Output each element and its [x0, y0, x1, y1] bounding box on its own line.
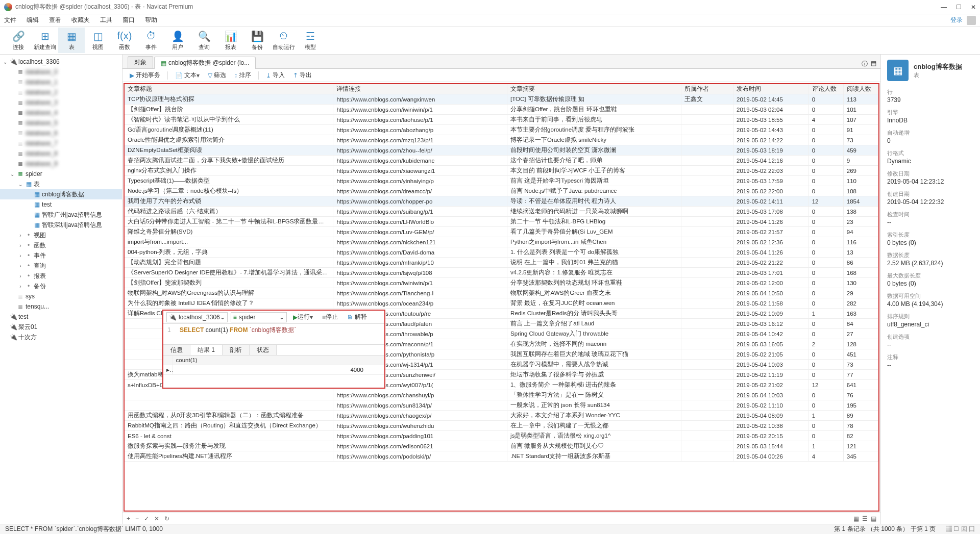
tree-node[interactable]: ≣database_9: [0, 159, 122, 169]
begin-transaction-button[interactable]: ▶开始事务: [127, 70, 163, 81]
menu-1[interactable]: 编辑: [27, 16, 39, 24]
cell[interactable]: [681, 156, 733, 166]
menu-0[interactable]: 文件: [4, 16, 16, 24]
cell[interactable]: https://www.cnblogs.com/xiaowangzi1: [333, 166, 507, 176]
cell[interactable]: https://www.cnblogs.com/dreamcc/p/: [333, 186, 507, 196]
cell[interactable]: 2019-05-02 12:36: [733, 237, 809, 247]
cell[interactable]: 物联网架构_对AWS的Greengrass的认识与理解: [125, 288, 333, 298]
tree-node[interactable]: ≣database_5: [0, 118, 122, 128]
tree-node[interactable]: ⌄≣spider: [0, 169, 122, 179]
cell[interactable]: 1: [808, 441, 843, 451]
cell[interactable]: 107: [843, 115, 878, 125]
cell[interactable]: 73: [843, 135, 878, 145]
cell[interactable]: https://www.cnblogs.com/nickchen121: [333, 237, 507, 247]
toolbar-connection[interactable]: 🔗连接: [5, 28, 32, 53]
cell[interactable]: 【动态规划】完全背包问题: [125, 258, 333, 268]
cell[interactable]: 2019-05-04 10:42: [733, 329, 809, 339]
cell[interactable]: [681, 298, 733, 309]
menu-2[interactable]: 查看: [49, 16, 61, 24]
toolbar-new-query[interactable]: ⊞新建查询: [32, 28, 58, 53]
cell[interactable]: 4: [808, 451, 843, 462]
toolbar-report[interactable]: 📊报表: [217, 28, 244, 53]
cell[interactable]: https://www.cnblogs.com/laohuse/p/1: [333, 115, 507, 125]
cell[interactable]: 2: [808, 339, 843, 349]
cell[interactable]: 0: [808, 217, 843, 227]
sort-button[interactable]: ↕排序: [231, 70, 254, 81]
cell[interactable]: 2019-05-04 12:16: [733, 156, 809, 166]
tree-node[interactable]: ≣database_8: [0, 148, 122, 159]
cell[interactable]: 王鑫文: [681, 94, 733, 105]
menu-5[interactable]: 窗口: [122, 16, 135, 24]
explain-button[interactable]: 🗎解释: [344, 312, 370, 322]
tree-node[interactable]: ›•报表: [0, 271, 122, 281]
cell[interactable]: [681, 105, 733, 115]
cell[interactable]: 0: [808, 278, 843, 288]
tree-node[interactable]: ›•视图: [0, 230, 122, 240]
cell[interactable]: Spring Cloud Gateway入门 throwable: [507, 329, 681, 339]
tree-node[interactable]: ⌄▦表: [0, 179, 122, 189]
cell[interactable]: 0: [808, 125, 843, 135]
view-icon[interactable]: ▦: [853, 515, 859, 522]
filter-button[interactable]: ▽筛选: [205, 70, 229, 81]
tab-objects[interactable]: 对象: [128, 56, 153, 68]
cell[interactable]: https://www.cnblogs.com/sun8134/p/: [333, 400, 507, 411]
cell[interactable]: [125, 400, 333, 411]
cell[interactable]: 《智能时代》读书笔记-可以从中学到什么: [125, 115, 333, 125]
column-header[interactable]: 评论人数: [808, 84, 843, 94]
cell[interactable]: 0: [808, 237, 843, 247]
cell[interactable]: 说明 在上一篇中，我们对01 弗兰克的猫: [507, 258, 681, 268]
cell[interactable]: https://www.cnblogs.com/podolski/p/: [333, 451, 507, 462]
cell[interactable]: 导读：不管是在单体应用时代 程力诗人: [507, 196, 681, 207]
cell[interactable]: 1: [808, 309, 843, 319]
cell[interactable]: 降维之奇异值分解(SVD): [125, 227, 333, 237]
cell[interactable]: https://www.cnblogs.com/David-doma: [333, 247, 507, 258]
cell[interactable]: 0: [808, 135, 843, 145]
cell[interactable]: DZNEmptyDataSet框架阅读: [125, 145, 333, 156]
cell[interactable]: [681, 207, 733, 217]
cell[interactable]: 13: [843, 247, 878, 258]
cell[interactable]: 2019-05-03 17:59: [733, 176, 809, 186]
cell[interactable]: https://www.cnblogs.com/chanshuyi/p: [333, 390, 507, 400]
cell[interactable]: 2019-05-04 10:50: [733, 288, 809, 298]
cell[interactable]: https://www.cnblogs.com/lsjwq/p/108: [333, 268, 507, 278]
cell[interactable]: 2019-05-02 11:58: [733, 298, 809, 309]
nav-icon[interactable]: +: [127, 515, 130, 522]
cell[interactable]: 使用高性能Pipelines构建.NET通讯程序: [125, 451, 333, 462]
cell[interactable]: 163: [843, 309, 878, 319]
cell[interactable]: https://www.cnblogs.com/mfrank/p/10: [333, 258, 507, 268]
cell[interactable]: [125, 390, 333, 400]
cell[interactable]: 0: [808, 268, 843, 278]
cell[interactable]: [681, 380, 733, 390]
cell[interactable]: 0: [808, 431, 843, 441]
nav-icon[interactable]: ↻: [164, 515, 169, 522]
cell[interactable]: 2019-05-02 21:57: [733, 227, 809, 237]
cell[interactable]: 物联网架构_对AWS的Greer 血夜之末: [507, 288, 681, 298]
cell[interactable]: 0: [808, 349, 843, 360]
cell[interactable]: 「整体性学习方法」是在一 陈树义: [507, 390, 681, 400]
connection-select[interactable]: 🔌localhost_3306⌄: [166, 312, 228, 322]
cell[interactable]: [681, 258, 733, 268]
cell[interactable]: 在实现方法时，选择不同的 maconn: [507, 339, 681, 349]
cell[interactable]: 0: [808, 166, 843, 176]
cell[interactable]: 本文目的 前段时间学习WCF 小王子的博客: [507, 166, 681, 176]
cell[interactable]: 86: [843, 258, 878, 268]
cell[interactable]: 2019-05-03 17:08: [733, 207, 809, 217]
cell[interactable]: [TOC] 可靠数据传输原理 如: [507, 94, 681, 105]
cell[interactable]: https://www.cnblogs.com/yinhaiying/p: [333, 176, 507, 186]
query-tab[interactable]: 结果 1: [190, 345, 223, 355]
maximize-icon[interactable]: ☐: [956, 4, 962, 11]
cell[interactable]: https://www.cnblogs.com/chaogex/p/: [333, 411, 507, 421]
cell[interactable]: 101: [843, 105, 878, 115]
cell[interactable]: 为什么我的对象被 IntelliJ IDEA 悄悄的修改了？: [125, 298, 333, 309]
tree-node[interactable]: ▦智联广州java招聘信息: [0, 210, 122, 220]
menu-4[interactable]: 工具: [100, 16, 112, 24]
cell[interactable]: [681, 329, 733, 339]
cell[interactable]: 168: [843, 268, 878, 278]
cell[interactable]: 2019-05-02 14:22: [733, 135, 809, 145]
cell[interactable]: 12: [808, 196, 843, 207]
cell[interactable]: 看了几篇关于奇异值分解(Si Luv_GEM: [507, 227, 681, 237]
toolbar-query[interactable]: 🔍查询: [191, 28, 217, 53]
column-header[interactable]: 阅读人数: [843, 84, 878, 94]
cell[interactable]: 004-python-列表，元组，字典: [125, 247, 333, 258]
cell[interactable]: 前段时间使用公司封装的空页 潇水微澜: [507, 145, 681, 156]
